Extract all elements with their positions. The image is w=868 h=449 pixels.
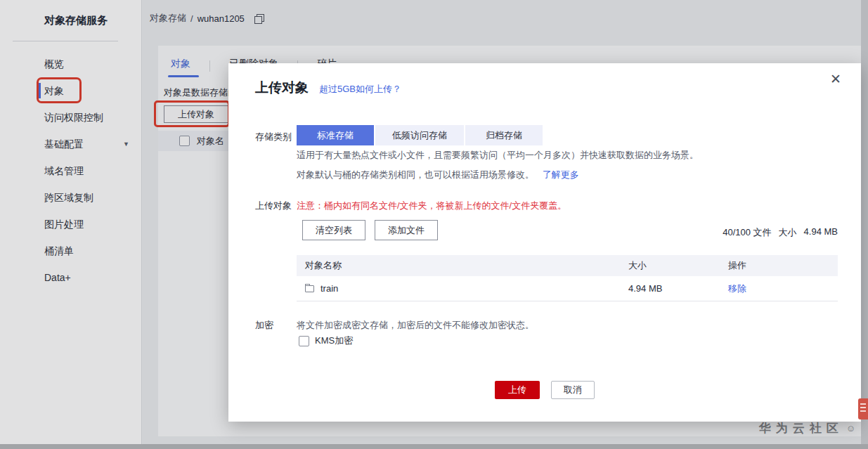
segment-standard[interactable]: 标准存储 xyxy=(297,125,374,145)
dialog-title: 上传对象 xyxy=(255,79,309,97)
dialog-footer: 上传 取消 xyxy=(495,381,595,399)
overwrite-warning: 注意：桶内如有同名文件/文件夹，将被新上传的文件/文件夹覆盖。 xyxy=(297,200,566,212)
storage-class-desc-1: 适用于有大量热点文件或小文件，且需要频繁访问（平均一个月多次）并快速获取数据的业… xyxy=(297,149,699,162)
obs-console-screen: 对象存储服务 概览 对象 访问权限控制 基础配置▼ 域名管理 跨区域复制 图片处… xyxy=(0,0,868,449)
header-operation: 操作 xyxy=(728,259,838,272)
table-row: train 4.94 MB 移除 xyxy=(297,276,838,301)
close-icon[interactable]: ✕ xyxy=(830,72,841,86)
storage-class-desc-2-text: 对象默认与桶的存储类别相同，也可以根据适用场景修改。 xyxy=(297,169,534,180)
clear-list-button[interactable]: 清空列表 xyxy=(302,220,365,240)
storage-class-label: 存储类别 xyxy=(255,131,292,143)
size-label: 大小 xyxy=(779,226,797,239)
encryption-desc: 将文件加密成密文存储，加密后的文件不能修改加密状态。 xyxy=(297,319,534,332)
header-object-name: 对象名称 xyxy=(297,259,628,272)
upload-confirm-button[interactable]: 上传 xyxy=(495,381,540,399)
storage-class-desc-2: 对象默认与桶的存储类别相同，也可以根据适用场景修改。 了解更多 xyxy=(297,169,579,181)
kms-checkbox[interactable] xyxy=(299,336,309,346)
file-stats: 40/100 文件 大小 4.94 MB xyxy=(723,226,838,239)
segment-infrequent[interactable]: 低频访问存储 xyxy=(375,125,464,145)
upload-object-dialog: ✕ 上传对象 超过5GB如何上传？ 存储类别 标准存储 低频访问存储 归档存储 … xyxy=(228,63,861,422)
add-files-button[interactable]: 添加文件 xyxy=(375,220,438,240)
header-size: 大小 xyxy=(628,259,728,272)
file-size: 4.94 MB xyxy=(628,283,728,294)
file-name: train xyxy=(320,283,338,294)
size-value: 4.94 MB xyxy=(804,226,838,239)
upload-section-label: 上传对象 xyxy=(255,200,292,212)
file-table: 对象名称 大小 操作 train 4.94 MB 移除 xyxy=(297,255,838,301)
file-table-header: 对象名称 大小 操作 xyxy=(297,255,838,276)
kms-label: KMS加密 xyxy=(315,334,353,347)
remove-link[interactable]: 移除 xyxy=(728,283,746,294)
file-count: 40/100 文件 xyxy=(723,226,771,239)
kms-row: KMS加密 xyxy=(299,334,353,347)
dialog-header: 上传对象 超过5GB如何上传？ xyxy=(255,79,401,97)
learn-more-link[interactable]: 了解更多 xyxy=(543,169,579,180)
storage-class-segmented: 标准存储 低频访问存储 归档存储 xyxy=(297,125,544,145)
encryption-label: 加密 xyxy=(255,319,273,332)
feedback-floating-tab[interactable] xyxy=(858,398,868,419)
file-list-buttons: 清空列表 添加文件 xyxy=(302,220,438,240)
folder-icon xyxy=(305,285,314,292)
cancel-button[interactable]: 取消 xyxy=(551,381,595,399)
segment-archive[interactable]: 归档存储 xyxy=(465,125,543,145)
help-link[interactable]: 超过5GB如何上传？ xyxy=(319,83,401,96)
